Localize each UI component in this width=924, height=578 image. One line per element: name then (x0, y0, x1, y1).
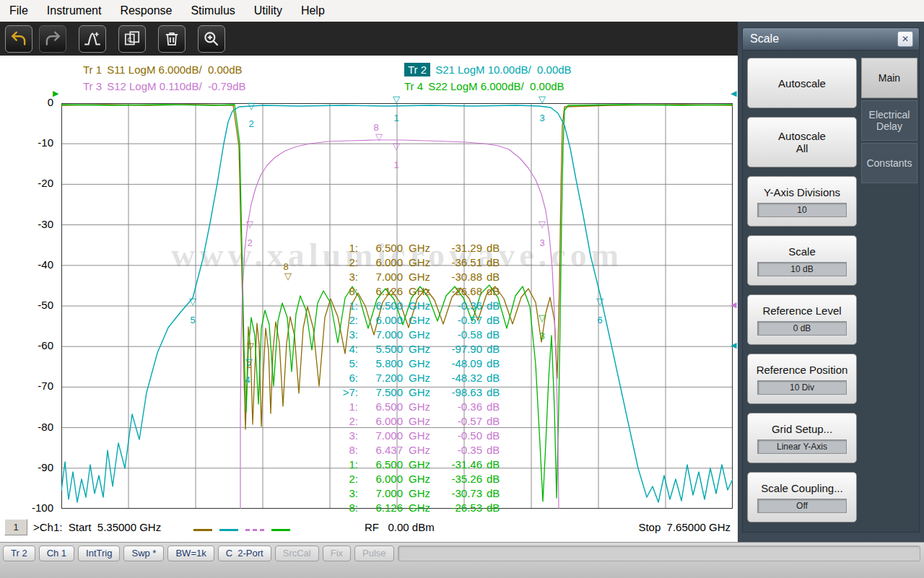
marker-triangle[interactable]: ▽ (375, 132, 383, 141)
marker-readout-row: 1:6.500GHz-0.36dB (326, 299, 500, 313)
menu-item-file[interactable]: File (0, 4, 38, 17)
marker-triangle[interactable]: ▽ (393, 141, 400, 151)
legend-dash (245, 529, 264, 531)
status-ch-1-button[interactable]: Ch 1 (39, 546, 74, 561)
trace-format-text: S12 LogM 0.110dB/ -0.79dB (107, 80, 245, 92)
scale-coupling-button[interactable]: Scale Coupling...Off (747, 472, 857, 522)
vna-app-window: FileInstrumentResponseStimulusUtilityHel… (0, 0, 924, 578)
panel-button-value: 10 (757, 203, 847, 217)
y-axis-tick-label: -100 (0, 502, 53, 514)
trash-icon (162, 30, 181, 48)
marker-triangle[interactable]: ▽ (539, 95, 546, 104)
trace-label-tr-3[interactable]: Tr 3S12 LogM 0.110dB/ -0.79dB (83, 80, 245, 92)
marker-triangle[interactable]: ▽ (247, 341, 254, 351)
marker-triangle[interactable]: ▽ (596, 297, 603, 306)
copy-channel-icon: C (123, 30, 141, 48)
marker-readout-row: 1:6.500GHz-0.36dB (326, 400, 500, 414)
zoom-in-icon (202, 30, 221, 48)
trace-label-tr-1[interactable]: Tr 1S11 LogM 6.000dB/ 0.00dB (83, 64, 243, 76)
menu-item-stimulus[interactable]: Stimulus (181, 4, 244, 17)
y-axis-tick-label: -70 (0, 380, 53, 392)
status-buttons: Tr 2Ch 1IntTrigSwp *BW=1kC 2-PortSrcCalF… (0, 543, 924, 561)
status-swp-button[interactable]: Swp * (123, 546, 164, 561)
trace-number-badge: Tr 1 (83, 64, 102, 76)
marker-triangle[interactable]: ▽ (284, 271, 292, 281)
autoscale-all-button[interactable]: Autoscale All (747, 117, 857, 167)
grid-setup-button[interactable]: Grid Setup...Linear Y-Axis (747, 413, 857, 463)
marker-triangle[interactable]: ▽ (539, 313, 546, 323)
menu-item-response[interactable]: Response (110, 4, 181, 17)
sweep-stop-label: Stop 7.65000 GHz (614, 521, 731, 533)
marker-readout-row: 1:6.500GHz-31.29dB (326, 241, 500, 255)
marker-readout-row: 1:6.500GHz-31.46dB (326, 457, 500, 472)
status-pulse-button[interactable]: Pulse (354, 546, 394, 561)
marker-triangle[interactable]: ▽ (245, 357, 253, 367)
copy-channel-button[interactable]: C (118, 25, 146, 53)
zoom-in-button[interactable] (198, 25, 225, 53)
panel-button-value: 0 dB (757, 321, 847, 336)
marker-triangle[interactable]: ▽ (393, 95, 400, 104)
tab-electrical-delay[interactable]: Electrical Delay (861, 100, 918, 141)
sweep-start-label: >Ch1: Start 5.35000 GHz (33, 521, 161, 533)
autoscale-button[interactable]: Autoscale (747, 58, 857, 108)
panel-button-value: 10 dB (757, 262, 847, 276)
y-axis-tick-label: -80 (0, 421, 53, 433)
reference-level-arrow: ◀ (731, 341, 736, 349)
tab-constants[interactable]: Constants (861, 143, 918, 183)
reference-level-arrow: ◀ (731, 89, 736, 97)
status-bw-1k-button[interactable]: BW=1k (167, 546, 214, 561)
panel-button-label: Scale (788, 245, 816, 258)
reference-position-button[interactable]: Reference Position10 Div (747, 354, 857, 404)
status-c-2-port-button[interactable]: C 2-Port (218, 546, 271, 561)
toolbar-buttons: C (0, 22, 738, 53)
marker-triangle[interactable]: ▽ (246, 219, 253, 229)
scale-panel-header[interactable]: Scale ✕ (742, 27, 920, 51)
toolbar: C (0, 22, 738, 56)
y-axis-tick-label: -90 (0, 461, 53, 473)
side-panel-region: Scale ✕ AutoscaleAutoscale AllY-Axis Div… (738, 22, 924, 542)
undo-button[interactable] (5, 25, 32, 53)
panel-button-label: Reference Position (757, 364, 848, 376)
marker-readout-row: 8:6.126GHz-26.68dB (326, 284, 500, 299)
reference-level-button[interactable]: Reference Level0 dB (747, 294, 857, 345)
status-tr-2-button[interactable]: Tr 2 (3, 546, 35, 561)
peak-search-button[interactable] (79, 25, 106, 53)
scale-button[interactable]: Scale10 dB (747, 235, 857, 286)
tab-main[interactable]: Main (861, 58, 918, 98)
marker-readout-row: 8:6.437GHz-0.35dB (326, 443, 500, 457)
menu-item-instrument[interactable]: Instrument (38, 4, 111, 17)
status-srccal-button[interactable]: SrcCal (275, 546, 319, 561)
trace-label-tr-4[interactable]: Tr 4S22 LogM 6.000dB/ 0.00dB (404, 80, 565, 92)
redo-button[interactable] (39, 25, 66, 53)
status-bar: Tr 2Ch 1IntTrigSwp *BW=1kC 2-PortSrcCalF… (0, 542, 924, 578)
marker-triangle[interactable]: ▽ (189, 297, 196, 306)
marker-readout-row: 4:5.500GHz-97.90dB (326, 342, 500, 356)
panel-button-label: Y-Axis Divisions (764, 186, 840, 198)
marker-triangle[interactable]: ▽ (248, 101, 255, 110)
trace-legend (193, 529, 290, 531)
close-icon[interactable]: ✕ (897, 31, 913, 47)
menu-item-utility[interactable]: Utility (245, 4, 292, 17)
panel-button-label: Autoscale (778, 77, 826, 89)
trace-label-tr-2[interactable]: Tr 2S21 LogM 10.00dB/ 0.00dB (404, 64, 572, 76)
status-fix-button[interactable]: Fix (323, 546, 351, 561)
trace-number-badge: Tr 4 (404, 80, 423, 92)
marker-number-label: 5 (190, 315, 195, 325)
menu-item-help[interactable]: Help (292, 4, 334, 17)
panel-buttons: AutoscaleAutoscale AllY-Axis Divisions10… (747, 58, 857, 522)
marker-readout-row: 2:6.000GHz-36.51dB (326, 255, 500, 270)
trash-button[interactable] (158, 25, 186, 53)
trace-format-text: S21 LogM 10.00dB/ 0.00dB (435, 64, 571, 76)
y-axis-tick-label: -50 (0, 299, 53, 311)
channel-indicator[interactable]: 1 (4, 519, 27, 535)
marker-number-label: 6 (597, 315, 602, 325)
status-inttrig-button[interactable]: IntTrig (78, 546, 120, 561)
marker-triangle[interactable]: ▽ (539, 219, 546, 229)
marker-number-label: 8 (283, 262, 288, 271)
marker-number-label: 8 (373, 123, 378, 132)
y-axis-tick-label: 0 (0, 96, 53, 108)
reference-level-arrow: ▶ (53, 89, 58, 97)
marker-number-label: 1 (393, 113, 398, 123)
y-axis-divisions-button[interactable]: Y-Axis Divisions10 (747, 176, 857, 227)
redo-icon (43, 30, 62, 48)
